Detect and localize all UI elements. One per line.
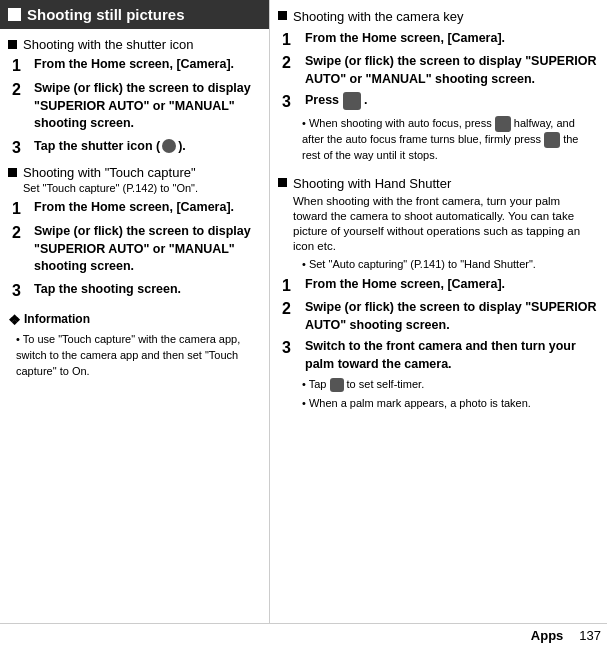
r-step-num: 1 bbox=[282, 276, 300, 295]
step-num: 2 bbox=[12, 80, 30, 99]
left-content: Shooting with the shutter icon 1 From th… bbox=[0, 29, 269, 623]
r-step-text: Swipe (or flick) the screen to display "… bbox=[305, 299, 597, 334]
left-step-2-3: 3 Tap the shooting screen. bbox=[8, 281, 261, 300]
section-1-heading: Shooting with the shutter icon bbox=[23, 37, 194, 52]
r-bullet-2 bbox=[278, 178, 287, 187]
step-text: Swipe (or flick) the screen to display "… bbox=[34, 80, 261, 133]
info-text: To use "Touch capture" with the camera a… bbox=[16, 333, 240, 377]
r-step-text: From the Home screen, [Camera]. bbox=[305, 30, 505, 48]
r-step-num: 3 bbox=[282, 92, 300, 111]
footer: Apps 137 bbox=[0, 623, 607, 647]
r-step-text: Press . bbox=[305, 92, 367, 110]
r-step-2-2: 2 Swipe (or flick) the screen to display… bbox=[278, 299, 597, 334]
r-heading-hand-shutter: Shooting with Hand Shutter When shooting… bbox=[278, 175, 597, 253]
section-2-heading-block: Shooting with "Touch capture" Set "Touch… bbox=[23, 165, 198, 195]
r-hand-shutter-sub-bullet: • Set "Auto capturing" (P.141) to "Hand … bbox=[278, 257, 597, 273]
camera-key-icon-3 bbox=[544, 132, 560, 148]
section-2-subheading: Set "Touch capture" (P.142) to "On". bbox=[23, 182, 198, 194]
info-content: • To use "Touch capture" with the camera… bbox=[8, 332, 261, 380]
step-text: From the Home screen, [Camera]. bbox=[34, 199, 234, 217]
page-wrapper: Shooting still pictures Shooting with th… bbox=[0, 0, 607, 647]
section-touch-capture: Shooting with "Touch capture" Set "Touch… bbox=[8, 165, 261, 195]
shutter-icon bbox=[162, 139, 176, 153]
left-step-1-1: 1 From the Home screen, [Camera]. bbox=[8, 56, 261, 75]
r-hand-shutter-subheading: When shooting with the front camera, tur… bbox=[293, 195, 580, 252]
right-section-camera-key: Shooting with the camera key 1 From the … bbox=[278, 8, 597, 167]
left-step-2-1: 1 From the Home screen, [Camera]. bbox=[8, 199, 261, 218]
section-2-heading: Shooting with "Touch capture" bbox=[23, 165, 196, 180]
r-step-2-1: 1 From the Home screen, [Camera]. bbox=[278, 276, 597, 295]
r-step-sub-2a: • Tap to set self-timer. bbox=[278, 377, 597, 393]
r-heading-camera-key: Shooting with the camera key bbox=[278, 8, 597, 26]
r-step-sub-1: • When shooting with auto focus, press h… bbox=[278, 116, 597, 164]
step-num: 1 bbox=[12, 199, 30, 218]
step-num: 3 bbox=[12, 281, 30, 300]
step-text: From the Home screen, [Camera]. bbox=[34, 56, 234, 74]
camera-key-icon-2 bbox=[495, 116, 511, 132]
info-title: ❖ Information bbox=[8, 310, 261, 330]
diamond-icon: ❖ bbox=[8, 310, 21, 330]
step-num: 3 bbox=[12, 138, 30, 157]
r-step-num: 1 bbox=[282, 30, 300, 49]
r-heading-text-1: Shooting with the camera key bbox=[293, 8, 464, 26]
r-step-2-3: 3 Switch to the front camera and then tu… bbox=[278, 338, 597, 373]
step-text: Tap the shutter icon (). bbox=[34, 138, 186, 156]
left-header: Shooting still pictures bbox=[0, 0, 269, 29]
self-timer-icon bbox=[330, 378, 344, 392]
camera-key-icon bbox=[343, 92, 361, 110]
info-bullet: • bbox=[16, 333, 23, 345]
r-step-text: Switch to the front camera and then turn… bbox=[305, 338, 597, 373]
r-step-num: 3 bbox=[282, 338, 300, 357]
left-step-2-2: 2 Swipe (or flick) the screen to display… bbox=[8, 223, 261, 276]
section-shutter-icon: Shooting with the shutter icon bbox=[8, 37, 261, 52]
step-text: Swipe (or flick) the screen to display "… bbox=[34, 223, 261, 276]
main-area: Shooting still pictures Shooting with th… bbox=[0, 0, 607, 623]
footer-apps-label: Apps bbox=[531, 628, 564, 643]
info-box: ❖ Information • To use "Touch capture" w… bbox=[8, 310, 261, 380]
r-step-num: 2 bbox=[282, 53, 300, 72]
footer-page-number: 137 bbox=[579, 628, 601, 643]
step-num: 1 bbox=[12, 56, 30, 75]
left-header-title: Shooting still pictures bbox=[27, 6, 185, 23]
r-heading-hand-shutter-block: Shooting with Hand Shutter When shooting… bbox=[293, 175, 597, 253]
r-step-1-3: 3 Press . bbox=[278, 92, 597, 111]
r-bullet-1 bbox=[278, 11, 287, 20]
info-title-text: Information bbox=[24, 311, 90, 328]
right-column: Shooting with the camera key 1 From the … bbox=[270, 0, 607, 623]
r-step-num: 2 bbox=[282, 299, 300, 318]
r-step-1-1: 1 From the Home screen, [Camera]. bbox=[278, 30, 597, 49]
bullet-2 bbox=[8, 168, 17, 177]
bullet-1 bbox=[8, 40, 17, 49]
r-step-1-2: 2 Swipe (or flick) the screen to display… bbox=[278, 53, 597, 88]
header-square-icon bbox=[8, 8, 21, 21]
step-text: Tap the shooting screen. bbox=[34, 281, 181, 299]
left-step-1-3: 3 Tap the shutter icon (). bbox=[8, 138, 261, 157]
r-step-sub-2b: • When a palm mark appears, a photo is t… bbox=[278, 396, 597, 412]
left-column: Shooting still pictures Shooting with th… bbox=[0, 0, 270, 623]
step-num: 2 bbox=[12, 223, 30, 242]
r-step-text: From the Home screen, [Camera]. bbox=[305, 276, 505, 294]
left-step-1-2: 2 Swipe (or flick) the screen to display… bbox=[8, 80, 261, 133]
r-step-text: Swipe (or flick) the screen to display "… bbox=[305, 53, 597, 88]
right-section-hand-shutter: Shooting with Hand Shutter When shooting… bbox=[278, 175, 597, 415]
r-heading-text-2: Shooting with Hand Shutter bbox=[293, 176, 451, 191]
